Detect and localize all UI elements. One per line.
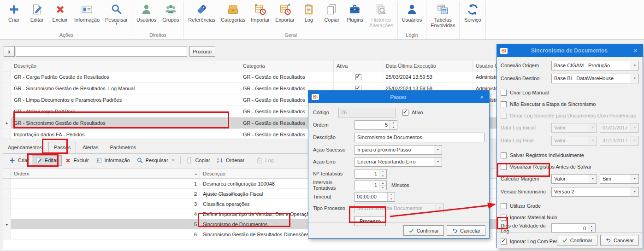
dropdown-arrow-icon: ▼ — [436, 204, 443, 213]
copiar-button[interactable]: Copiar — [183, 156, 213, 165]
ignorar-material-checkbox[interactable] — [501, 215, 507, 221]
field-label: Ordem — [313, 122, 354, 128]
spinner-down-icon[interactable]: ▼ — [390, 125, 397, 129]
ribbon-item-copiar[interactable]: Copiar — [320, 1, 343, 23]
pesquisar-button[interactable]: Pesquisar▼ — [133, 156, 178, 165]
excluir-button[interactable]: Excluir — [61, 156, 92, 165]
cancelar-button[interactable]: Cancelar — [447, 225, 485, 236]
clear-search-button[interactable]: x — [4, 46, 15, 57]
field-label: Data Log Inicial — [501, 125, 551, 130]
salvar-registros-checkbox[interactable] — [501, 152, 507, 158]
toolbar-separator — [180, 156, 181, 164]
ativa-checkbox[interactable] — [355, 74, 361, 80]
spinner-up-icon[interactable]: ▲ — [390, 121, 397, 125]
field-label: Timeout — [313, 194, 354, 199]
ribbon-item-criar[interactable]: Criar — [2, 1, 25, 23]
ribbon-item-importar[interactable]: Importar — [248, 1, 272, 23]
dropdown-arrow-icon[interactable]: ▼ — [172, 159, 175, 162]
field-label: Código — [313, 110, 338, 115]
tab-alertas[interactable]: Alertas — [77, 142, 103, 152]
criar-log-checkbox[interactable] — [501, 90, 507, 96]
ribbon-item-usuarios-login[interactable]: Usuários — [399, 1, 425, 23]
acao-erro-select[interactable]: Encerrar Reportando Erro▼ — [354, 157, 442, 167]
timeout-stepper[interactable]: 00:00:00▲▼ — [354, 192, 395, 202]
dropdown-arrow-icon[interactable]: ▼ — [434, 146, 442, 154]
intervalo-stepper[interactable]: 1▲▼ — [354, 181, 387, 190]
ribbon-item-servico[interactable]: Serviço — [461, 1, 484, 23]
ribbon-item-informacao[interactable]: Informação — [71, 1, 102, 23]
column-header-data[interactable]: Data Última Execução — [383, 60, 473, 71]
ribbon-item-categorias[interactable]: Categorias — [218, 1, 248, 23]
ribbon-item-log[interactable]: Log — [297, 1, 320, 23]
tab-passos[interactable]: Passos — [48, 142, 76, 153]
ribbon-item-usuarios[interactable]: Usuários — [134, 1, 159, 23]
column-header-descricao[interactable]: Descrição — [11, 60, 240, 71]
check-icon — [408, 228, 414, 233]
spinner-up-icon[interactable]: ▲ — [379, 181, 386, 186]
dialog-titlebar[interactable]: BI Passo × — [308, 91, 489, 103]
nao-executar-checkbox[interactable] — [501, 101, 507, 107]
app-window: Criar Editar Excluir Informação Pesquisa… — [0, 0, 644, 251]
informacao-button[interactable]: Informação — [92, 156, 133, 165]
dropdown-arrow-icon[interactable]: ▼ — [434, 158, 442, 166]
visualizar-registros-checkbox[interactable] — [501, 164, 507, 170]
close-icon[interactable]: × — [631, 47, 639, 54]
spinner-up-icon[interactable]: ▲ — [379, 169, 386, 174]
dropdown-arrow-icon[interactable]: ▼ — [115, 23, 118, 25]
tab-parametros[interactable]: Parâmetros — [105, 142, 142, 152]
close-icon[interactable]: × — [478, 93, 486, 101]
dialog-title: Passo — [319, 94, 478, 100]
utilizar-grade-checkbox[interactable] — [501, 203, 507, 209]
ribbon-item-plugins[interactable]: Plugins — [343, 1, 366, 23]
column-header-ativa[interactable]: Ativa — [334, 60, 383, 71]
ribbon-item-referencias[interactable]: Referências — [185, 1, 218, 23]
ribbon-item-tabelas-envolvidas[interactable]: Tabelas Envolvidas — [428, 1, 458, 29]
dialog-titlebar[interactable]: BI Sincronismo de Documentos × — [497, 44, 643, 57]
editar-button[interactable]: Editar — [32, 156, 61, 165]
ribbon-item-grupos[interactable]: Grupos — [159, 1, 182, 23]
dropdown-arrow-icon[interactable]: ▼ — [589, 175, 597, 183]
dias-validade-stepper[interactable]: 0▲▼ — [551, 223, 596, 233]
ribbon-item-exportar[interactable]: Exportar — [272, 1, 297, 23]
search-input[interactable] — [16, 46, 187, 57]
versao-sincronismo-select[interactable]: Versão 2▼ — [551, 187, 639, 197]
user-icon — [140, 3, 153, 16]
descricao-input[interactable]: Sincronismo de Documentos — [354, 133, 484, 142]
search-button[interactable]: Procurar — [189, 46, 215, 57]
ribbon-item-excluir[interactable]: Excluir — [48, 1, 71, 23]
conexao-destino-select[interactable]: Base BI - DataWareHouse▼ — [551, 74, 639, 83]
tentativas-stepper[interactable]: 1▲▼ — [354, 169, 387, 179]
field-label: Ação Erro — [313, 159, 354, 164]
spinner-down-icon[interactable]: ▼ — [379, 186, 386, 190]
history-search-icon — [375, 3, 387, 16]
ordem-stepper[interactable]: 5▲▼ — [354, 120, 397, 130]
data-inicial-select: 01/01/2017▼ — [600, 123, 639, 133]
ribbon-item-pesquisar[interactable]: Pesquisar▼ — [102, 1, 130, 25]
column-header-ordem[interactable]: Ordem▴ — [11, 169, 200, 178]
tab-agendamentos[interactable]: Agendamentos — [3, 142, 47, 152]
dropdown-arrow-icon[interactable]: ▼ — [631, 187, 638, 196]
ribbon-item-editar[interactable]: Editar — [25, 1, 48, 23]
ribbon-group-servico: Serviço — [460, 1, 486, 39]
criar-button[interactable]: Criar — [6, 156, 32, 165]
column-header-categoria[interactable]: Categoria — [240, 60, 334, 71]
calcular-margem-valor-select[interactable]: Sim▼ — [600, 174, 639, 184]
spinner-down-icon[interactable]: ▼ — [388, 197, 395, 201]
spinner-up-icon[interactable]: ▲ — [388, 193, 395, 197]
ordenar-button[interactable]: Ordenar — [213, 156, 248, 165]
user-icon — [406, 3, 418, 16]
conexao-origem-select[interactable]: Base CIGAM - Produção▼ — [551, 61, 639, 70]
calcular-margem-modo-select[interactable]: Valor▼ — [551, 174, 597, 184]
dropdown-arrow-icon[interactable]: ▼ — [631, 74, 638, 83]
confirmar-button[interactable]: Confirmar — [557, 235, 597, 245]
acao-sucesso-select[interactable]: Ir para o próximo Passo▼ — [354, 145, 442, 155]
row-marker-icon: ▸ — [3, 117, 11, 128]
dropdown-arrow-icon[interactable]: ▼ — [631, 175, 638, 183]
spinner-up-icon[interactable]: ▲ — [588, 224, 595, 228]
ribbon-toolbar: Criar Editar Excluir Informação Pesquisa… — [0, 0, 644, 40]
dropdown-arrow-icon[interactable]: ▼ — [631, 61, 638, 70]
spinner-down-icon[interactable]: ▼ — [379, 174, 386, 178]
ativo-checkbox[interactable] — [402, 110, 408, 116]
confirmar-button[interactable]: Confirmar — [403, 225, 444, 236]
cancelar-button[interactable]: Cancelar — [600, 235, 639, 245]
